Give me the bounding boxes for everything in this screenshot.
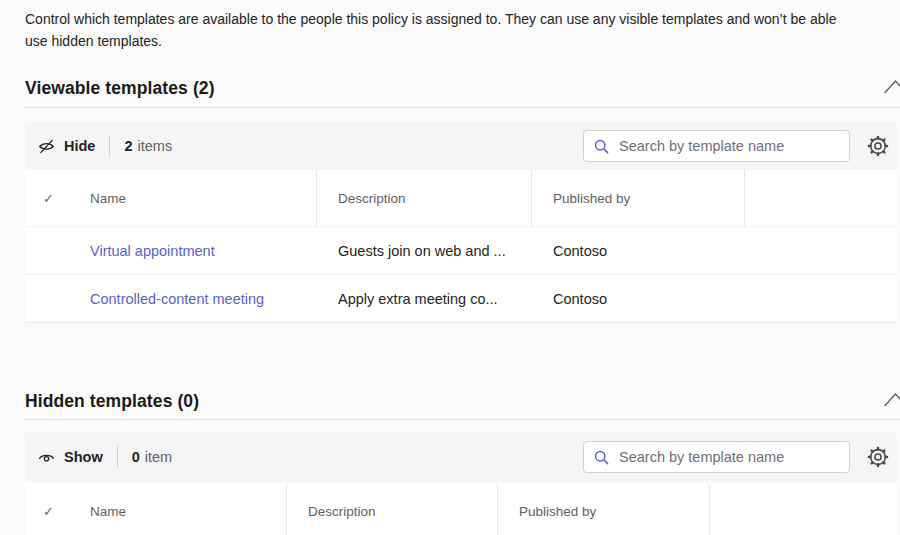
search-input[interactable]	[619, 138, 829, 154]
column-header-spacer	[710, 483, 897, 535]
published-by-cell: Contoso	[532, 291, 745, 307]
template-search-box	[583, 441, 850, 473]
column-header-name[interactable]: Name	[69, 483, 287, 535]
published-by-cell: Contoso	[532, 243, 745, 259]
toolbar-separator	[109, 135, 110, 157]
items-count-value: 0	[132, 449, 140, 465]
table-header-row: ✓ Name Description Published by	[25, 483, 897, 535]
column-header-published-by[interactable]: Published by	[498, 483, 710, 535]
table-row[interactable]: Controlled-content meeting Apply extra m…	[25, 274, 897, 322]
settings-button[interactable]	[867, 446, 889, 468]
hidden-templates-toolbar: Show 0 item	[25, 433, 897, 481]
policy-description-line1: Control which templates are available to…	[25, 9, 899, 31]
show-button-label: Show	[64, 449, 103, 465]
viewable-templates-heading: Viewable templates (2)	[25, 78, 215, 99]
collapse-section-chevron-icon[interactable]	[884, 392, 900, 407]
settings-button[interactable]	[867, 135, 889, 157]
column-header-spacer	[745, 170, 897, 226]
select-all-checkbox[interactable]: ✓	[25, 170, 69, 226]
description-cell: Guests join on web and ...	[317, 243, 532, 259]
items-count-value: 2	[124, 138, 132, 154]
description-cell: Apply extra meeting co...	[317, 291, 532, 307]
hidden-templates-table: ✓ Name Description Published by	[25, 483, 897, 535]
section-divider	[25, 419, 900, 420]
viewable-templates-table: ✓ Name Description Published by Virtual …	[25, 170, 897, 323]
hide-button-label: Hide	[64, 138, 95, 154]
select-all-checkbox[interactable]: ✓	[25, 483, 69, 535]
template-search-box	[583, 130, 850, 162]
items-count-unit: items	[138, 138, 173, 154]
eye-off-icon	[37, 137, 56, 156]
gear-icon	[867, 135, 889, 157]
column-header-description[interactable]: Description	[287, 483, 498, 535]
column-header-published-by[interactable]: Published by	[532, 170, 745, 226]
collapse-section-chevron-icon[interactable]	[884, 79, 900, 94]
items-count-unit: item	[145, 449, 172, 465]
search-icon	[593, 449, 610, 466]
eye-icon	[37, 448, 56, 467]
viewable-templates-toolbar: Hide 2 items	[25, 122, 897, 170]
column-header-description[interactable]: Description	[317, 170, 532, 226]
search-icon	[593, 138, 610, 155]
hidden-templates-heading: Hidden templates (0)	[25, 391, 199, 412]
policy-description-line2: use hidden templates.	[25, 31, 899, 53]
policy-description: Control which templates are available to…	[25, 9, 899, 52]
template-name-link[interactable]: Controlled-content meeting	[90, 291, 264, 307]
column-header-name[interactable]: Name	[69, 170, 317, 226]
search-input[interactable]	[619, 449, 829, 465]
table-header-row: ✓ Name Description Published by	[25, 170, 897, 226]
toolbar-separator	[117, 446, 118, 468]
template-name-link[interactable]: Virtual appointment	[90, 243, 215, 259]
hide-button[interactable]: Hide	[37, 133, 101, 160]
gear-icon	[867, 446, 889, 468]
items-count: 0 item	[132, 449, 172, 465]
show-button[interactable]: Show	[37, 444, 109, 471]
items-count: 2 items	[124, 138, 172, 154]
table-row[interactable]: Virtual appointment Guests join on web a…	[25, 226, 897, 274]
section-divider	[25, 107, 900, 108]
